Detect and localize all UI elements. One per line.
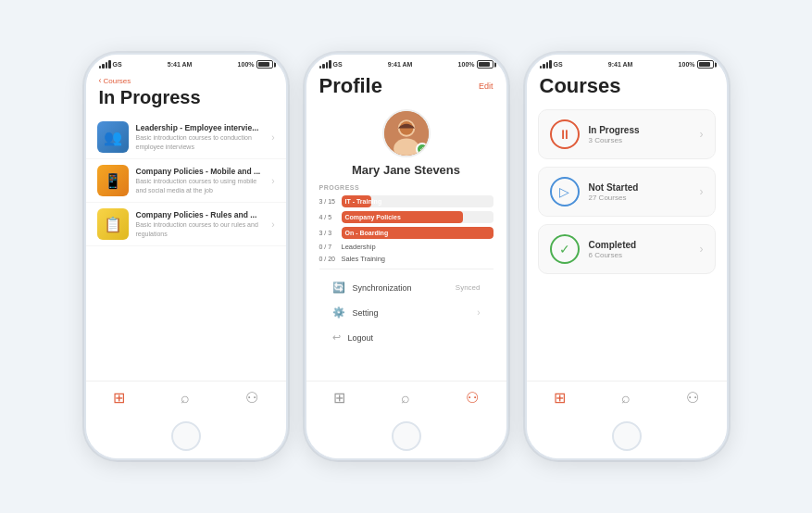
progress-item-2: 3 / 3 On - Boarding (319, 227, 493, 239)
phone3-content: ⏸ In Progress 3 Courses › ▷ Not Started … (527, 106, 727, 381)
home-area-1 (86, 416, 286, 458)
nav-grid-icon-1[interactable]: ⊞ (113, 389, 125, 407)
menu-logout[interactable]: ↩ Logout (319, 325, 493, 350)
bar4-3 (549, 60, 552, 69)
menu-setting[interactable]: ⚙️ Setting › (319, 300, 493, 325)
courses-card-0[interactable]: ⏸ In Progress 3 Courses › (538, 109, 716, 159)
sync-value: Synced (456, 283, 481, 292)
home-button-1[interactable] (171, 421, 201, 451)
chevron-right-0: › (271, 132, 274, 143)
sync-label: Synchronization (353, 283, 448, 293)
fraction-3: 0 / 7 (319, 244, 338, 250)
home-button-2[interactable] (392, 421, 421, 451)
bar-fill-0: IT - Training (342, 195, 372, 207)
bar-text-2: On - Boarding (345, 230, 389, 236)
signal-2: GS (319, 60, 343, 69)
menu-sync[interactable]: 🔄 Synchronization Synced (319, 275, 493, 300)
battery-fill-3 (699, 62, 711, 67)
bar1 (99, 66, 102, 69)
courses-card-2[interactable]: ✓ Completed 6 Courses › (538, 224, 716, 274)
chevron-right-2: › (271, 219, 274, 230)
course-list: 👥 Leadership - Employee intervie... Basi… (86, 112, 286, 381)
phone2-header: Profile Edit (306, 70, 506, 104)
bar4 (108, 60, 111, 69)
back-button[interactable]: ‹ Courses (99, 76, 273, 85)
course-thumb-0: 👥 (97, 121, 129, 153)
course-info-2: Company Policies - Rules and ... Basic i… (136, 210, 265, 237)
carrier-2: GS (333, 61, 343, 68)
battery-2: 100% (458, 60, 493, 69)
phone-courses: GS 9:41 AM 100% Courses ⏸ (525, 53, 729, 460)
course-name-2: Company Policies - Rules and ... (136, 210, 265, 219)
edit-button[interactable]: Edit (479, 81, 493, 91)
card-chevron-0: › (700, 128, 704, 141)
signal-bars-3 (540, 60, 552, 69)
bar-wrap-0: IT - Training (342, 195, 493, 207)
courses-card-info-2: Completed 6 Courses (589, 240, 691, 259)
phone-profile: GS 9:41 AM 100% Profile Edit (305, 53, 508, 460)
bottom-nav-3: ⊞ ⌕ ⚇ (527, 381, 727, 416)
progress-label: PROGRESS (319, 184, 493, 191)
courses-card-info-1: Not Started 27 Courses (589, 182, 691, 202)
nav-search-icon-1[interactable]: ⌕ (181, 390, 190, 407)
profile-name: Mary Jane Stevens (352, 163, 460, 177)
battery-pct-2: 100% (458, 61, 475, 68)
bar4-2 (329, 60, 331, 69)
course-item-0[interactable]: 👥 Leadership - Employee intervie... Basi… (86, 116, 286, 159)
courses-list: ⏸ In Progress 3 Courses › ▷ Not Started … (527, 106, 727, 381)
sync-icon: 🔄 (332, 282, 345, 294)
progress-item-4: 0 / 20 Sales Training (319, 255, 493, 263)
divider-1 (319, 269, 493, 269)
in-progress-icon: ⏸ (550, 119, 580, 149)
nav-person-icon-1[interactable]: ⚇ (245, 389, 258, 407)
bar2-2 (322, 64, 325, 69)
battery-icon-1 (256, 60, 273, 69)
back-chevron-icon: ‹ (99, 76, 102, 85)
courses-card-count-1: 27 Courses (589, 194, 691, 202)
signal-bars-2 (319, 60, 331, 69)
progress-item-3: 0 / 7 Leadership (319, 243, 493, 251)
home-button-3[interactable] (612, 421, 642, 451)
signal-bars-1 (99, 60, 111, 69)
courses-card-info-0: In Progress 3 Courses (589, 125, 691, 144)
nav-person-icon-2[interactable]: ⚇ (466, 389, 479, 407)
bar-text-1: Company Policies (345, 214, 401, 220)
bar-fill-2: On - Boarding (342, 227, 493, 239)
setting-icon: ⚙️ (332, 307, 345, 319)
nav-search-icon-2[interactable]: ⌕ (401, 390, 410, 407)
home-area-3 (527, 416, 727, 458)
course-name-0: Leadership - Employee intervie... (136, 123, 265, 132)
nav-grid-icon-3[interactable]: ⊞ (554, 389, 566, 407)
bar3 (106, 62, 108, 69)
card-chevron-2: › (700, 243, 704, 256)
home-area-2 (306, 416, 506, 458)
signal-1: GS (99, 60, 122, 69)
course-item-1[interactable]: 📱 Company Policies - Mobile and ... Basi… (86, 159, 286, 203)
course-desc-0: Basic introduction courses to conduction… (136, 133, 265, 150)
phone-in-progress: GS 5:41 AM 100% ‹ Courses In Progress (84, 53, 288, 460)
card-chevron-1: › (700, 185, 704, 198)
bottom-nav-1: ⊞ ⌕ ⚇ (86, 381, 286, 416)
nav-grid-icon-2[interactable]: ⊞ (333, 389, 345, 407)
bar1-3 (540, 66, 543, 69)
progress-text-3: Leadership (342, 243, 376, 251)
battery-pct-1: 100% (238, 61, 255, 68)
course-item-2[interactable]: 📋 Company Policies - Rules and ... Basic… (86, 203, 286, 246)
course-thumb-2: 📋 (97, 208, 129, 240)
back-label: Courses (104, 77, 131, 85)
course-desc-2: Basic introduction courses to our rules … (136, 220, 265, 237)
svg-point-3 (399, 121, 413, 135)
avatar-badge: ✓ (416, 143, 429, 156)
nav-search-icon-3[interactable]: ⌕ (621, 390, 631, 407)
battery-3: 100% (679, 60, 714, 69)
courses-card-1[interactable]: ▷ Not Started 27 Courses › (538, 167, 716, 217)
logout-label: Logout (348, 333, 481, 343)
bar-wrap-2: On - Boarding (342, 227, 493, 239)
time-2: 9:41 AM (388, 61, 413, 68)
nav-person-icon-3[interactable]: ⚇ (686, 389, 699, 407)
bar2-3 (543, 64, 545, 69)
bar-fill-1: Company Policies (342, 211, 463, 223)
carrier-3: GS (554, 61, 563, 68)
phone1-header: ‹ Courses In Progress (86, 70, 286, 112)
signal-3: GS (540, 60, 563, 69)
